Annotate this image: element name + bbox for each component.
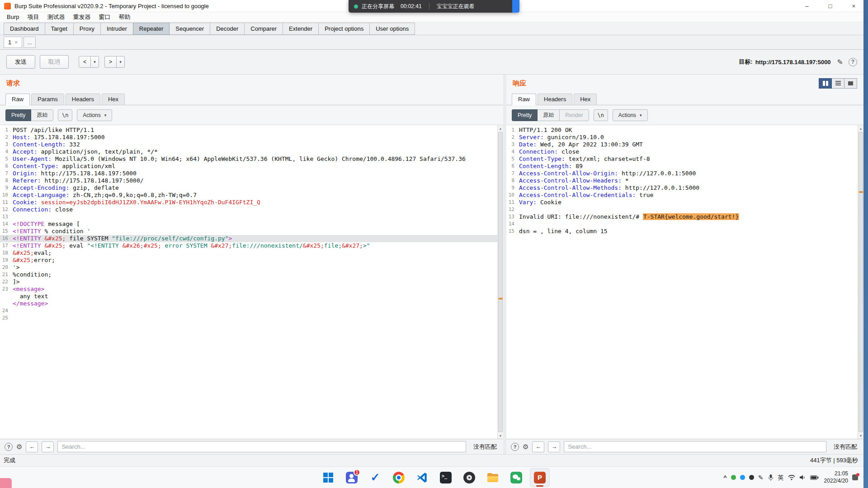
request-editor[interactable]: 1POST /api/like HTTP/1.12Host: 175.178.1… xyxy=(0,125,503,439)
taskbar-clock[interactable]: 21:05 2022/4/20 xyxy=(824,470,848,484)
code-line[interactable]: 17<!ENTITY &#x25; eval "<!ENTITY &#x26;#… xyxy=(0,242,497,249)
tray-app-green-icon[interactable] xyxy=(731,475,736,480)
code-line[interactable]: 15dsn = , line 4, column 15 xyxy=(506,228,858,235)
code-line[interactable]: 19&#x25;error; xyxy=(0,257,497,264)
scrollbar-thumb[interactable] xyxy=(859,132,863,432)
chevron-down-icon[interactable]: ▾ xyxy=(90,56,99,68)
show-newlines-toggle[interactable]: \n xyxy=(594,109,608,121)
taskbar-terminal[interactable]: >_ xyxy=(436,468,456,487)
search-help-icon[interactable]: ? xyxy=(5,443,13,451)
code-line[interactable]: 9Accept-Encoding: gzip, deflate xyxy=(0,184,497,192)
tab-intruder[interactable]: Intruder xyxy=(100,23,133,35)
tab-comparer[interactable]: Comparer xyxy=(244,23,283,35)
raw-toggle[interactable]: 原始 xyxy=(537,109,560,121)
close-button[interactable]: × xyxy=(852,3,855,9)
code-line[interactable]: 14 xyxy=(506,221,858,228)
new-tab-button[interactable]: ... xyxy=(24,37,36,48)
taskbar-vscode[interactable] xyxy=(412,468,432,487)
code-line[interactable]: 10Accept-Language: zh-CN,zh;q=0.9,ko;q=0… xyxy=(0,192,497,199)
tab-decoder[interactable]: Decoder xyxy=(210,23,245,35)
code-line[interactable]: 2Server: gunicorn/19.10.0 xyxy=(506,134,858,141)
request-tab-headers[interactable]: Headers xyxy=(66,94,100,105)
search-settings-icon[interactable]: ⚙ xyxy=(16,443,22,451)
tab-user-options[interactable]: User options xyxy=(369,23,415,35)
battery-icon[interactable] xyxy=(810,475,819,480)
pretty-toggle[interactable]: Pretty xyxy=(5,109,31,121)
request-scrollbar[interactable]: ▲ ▼ xyxy=(497,125,503,439)
code-line[interactable]: 11Vary: Cookie xyxy=(506,199,858,206)
response-scrollbar[interactable]: ▲ ▼ xyxy=(858,125,863,439)
search-help-icon[interactable]: ? xyxy=(511,443,519,451)
tab-proxy[interactable]: Proxy xyxy=(73,23,101,35)
raw-toggle[interactable]: 原始 xyxy=(31,109,53,121)
code-line[interactable]: 23<message> xyxy=(0,286,497,293)
input-method-indicator[interactable]: 英 xyxy=(778,474,784,482)
code-line[interactable]: 21%condition; xyxy=(0,271,497,278)
scrollbar-thumb[interactable] xyxy=(498,132,503,432)
code-line[interactable]: 6Content-Length: 89 xyxy=(506,163,858,170)
pretty-toggle[interactable]: Pretty xyxy=(512,109,538,121)
code-line[interactable]: 9Access-Control-Allow-Methods: http://12… xyxy=(506,184,858,192)
actions-button[interactable]: Actions ▾ xyxy=(613,109,648,121)
menu-intruder[interactable]: 测试器 xyxy=(43,12,69,22)
scroll-up-icon[interactable]: ▲ xyxy=(858,125,863,131)
code-line[interactable]: 12 xyxy=(506,206,858,213)
stop-share-button[interactable] xyxy=(512,0,519,13)
taskbar-media-app[interactable] xyxy=(459,468,479,487)
scroll-up-icon[interactable]: ▲ xyxy=(498,125,503,131)
request-tab-hex[interactable]: Hex xyxy=(102,94,125,105)
code-line[interactable]: 24 xyxy=(0,307,497,314)
response-editor[interactable]: 1HTTP/1.1 200 OK2Server: gunicorn/19.10.… xyxy=(506,125,863,439)
floating-widget[interactable] xyxy=(0,478,12,488)
code-line[interactable]: 5Content-Type: text/xml; charset=utf-8 xyxy=(506,155,858,163)
edit-target-icon[interactable]: ✎ xyxy=(837,58,843,66)
volume-icon[interactable] xyxy=(799,474,806,480)
search-prev-button[interactable]: ← xyxy=(532,441,544,452)
taskbar-powerpoint[interactable]: P xyxy=(530,468,550,487)
taskbar-chat-app[interactable]: 1 xyxy=(342,468,362,487)
code-line[interactable]: 7Access-Control-Allow-Origin: http://127… xyxy=(506,170,858,177)
code-line[interactable]: 22]> xyxy=(0,278,497,286)
code-line[interactable]: 18&#x25;eval; xyxy=(0,249,497,257)
code-line[interactable]: 8Referer: http://175.178.148.197:5000/ xyxy=(0,177,497,184)
tab-target[interactable]: Target xyxy=(45,23,74,35)
tray-expand-icon[interactable]: ^ xyxy=(723,474,727,481)
help-icon[interactable]: ? xyxy=(849,58,857,66)
scroll-down-icon[interactable]: ▼ xyxy=(858,432,863,439)
send-button[interactable]: 发送 xyxy=(6,55,35,69)
history-forward-button[interactable]: > ▾ xyxy=(104,56,125,68)
menu-window[interactable]: 窗口 xyxy=(94,12,114,22)
menu-repeater[interactable]: 重发器 xyxy=(69,12,94,22)
request-tab-params[interactable]: Params xyxy=(31,94,64,105)
layout-columns-button[interactable] xyxy=(819,78,832,89)
code-line[interactable]: 3Date: Wed, 20 Apr 2022 13:00:39 GMT xyxy=(506,141,858,148)
tray-pen-icon[interactable]: ✎ xyxy=(758,474,764,481)
tab-dashboard[interactable]: Dashboard xyxy=(4,23,45,35)
menu-help[interactable]: 帮助 xyxy=(114,12,134,22)
menu-project[interactable]: 项目 xyxy=(23,12,43,22)
repeater-tab-1[interactable]: 1 × xyxy=(4,37,22,48)
layout-single-button[interactable] xyxy=(844,78,857,89)
code-line[interactable]: 4Accept: application/json, text/plain, *… xyxy=(0,148,497,155)
history-back-button[interactable]: < ▾ xyxy=(79,56,99,68)
menu-burp[interactable]: Burp xyxy=(3,13,23,21)
tab-repeater[interactable]: Repeater xyxy=(133,23,170,35)
code-line[interactable]: 25 xyxy=(0,314,497,322)
close-tab-icon[interactable]: × xyxy=(14,39,18,46)
code-line[interactable]: 3Content-Length: 332 xyxy=(0,141,497,148)
code-line[interactable]: 13Invalid URI: file:///nonexistent/# T-S… xyxy=(506,213,858,221)
microphone-icon[interactable] xyxy=(768,474,774,481)
wifi-icon[interactable] xyxy=(788,474,795,480)
code-line[interactable]: 6Content-Type: application/xml xyxy=(0,163,497,170)
search-settings-icon[interactable]: ⚙ xyxy=(523,443,528,451)
tab-sequencer[interactable]: Sequencer xyxy=(169,23,210,35)
tab-project-options[interactable]: Project options xyxy=(318,23,370,35)
layout-rows-button[interactable] xyxy=(831,78,844,89)
request-tab-raw[interactable]: Raw xyxy=(5,94,30,105)
notification-center-icon[interactable] xyxy=(852,474,858,480)
panel-divider[interactable] xyxy=(503,75,506,454)
response-tab-raw[interactable]: Raw xyxy=(512,94,536,105)
code-line[interactable]: 13 xyxy=(0,213,497,221)
taskbar-chrome[interactable] xyxy=(389,468,409,487)
request-search-input[interactable] xyxy=(57,441,466,452)
